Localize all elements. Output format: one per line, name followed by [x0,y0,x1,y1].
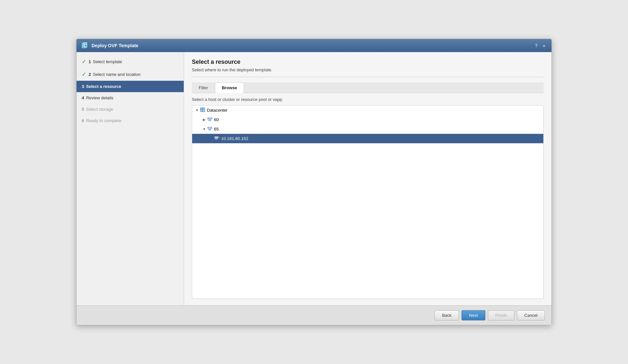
tab-browse[interactable]: Browse [215,82,244,93]
sidebar-label-2: Select name and location [93,72,140,77]
next-button[interactable]: Next [462,310,485,320]
svg-rect-27 [209,129,211,130]
svg-rect-8 [203,110,205,111]
sidebar-item-select-name-location[interactable]: ✓ 2 Select name and location [77,68,184,81]
toggle-cluster-60[interactable]: ▶ [202,118,207,122]
sidebar-label-6: Ready to complete [86,118,121,123]
host-label: 10.161.80.152 [221,136,248,141]
toggle-datacenter[interactable]: ▼ [195,108,199,113]
svg-rect-32 [215,138,216,139]
main-content: Select a resource Select where to run th… [184,52,551,305]
cluster-65-icon [207,126,212,132]
svg-rect-19 [209,120,211,121]
svg-rect-6 [203,108,205,109]
sidebar: ✓ 1 Select template ✓ 2 Select name and … [77,52,184,305]
step-num-5: 5 [82,107,84,112]
dialog-title: Deploy OVF Template [92,43,533,48]
svg-rect-15 [210,118,212,118]
finish-button: Finish [488,310,514,320]
svg-rect-13 [208,119,209,119]
cluster-60-label: 60 [214,117,219,122]
tab-filter[interactable]: Filter [192,82,215,93]
tree-container[interactable]: ▼ Datacenter [192,105,544,299]
tabs-bar: Filter Browse [192,82,544,93]
svg-text:!: ! [218,137,219,138]
toggle-cluster-65[interactable]: ▼ [202,127,207,132]
sidebar-item-select-template[interactable]: ✓ 1 Select template [77,55,184,68]
svg-rect-7 [201,110,202,111]
check-icon-1: ✓ [82,59,86,65]
sidebar-label-5: Select storage [86,107,113,112]
svg-rect-30 [215,137,218,137]
expand-button[interactable]: » [541,42,547,49]
sidebar-item-ready-to-complete: 6 Ready to complete [77,115,184,126]
step-num-4: 4 [82,95,84,100]
tree-node-cluster-65[interactable]: ▼ 65 [192,124,543,134]
svg-rect-21 [208,127,209,128]
page-heading: Select a resource [192,59,544,65]
sidebar-item-review-details[interactable]: 4 Review details [77,92,184,104]
host-warn-icon: ! [214,135,220,142]
cancel-button[interactable]: Cancel [517,310,545,320]
back-button[interactable]: Back [435,310,459,320]
step-num-1: 1 [89,59,91,64]
sidebar-label-4: Review details [86,95,113,100]
svg-rect-18 [209,120,211,120]
tree-node-datacenter[interactable]: ▼ Datacenter [192,105,543,115]
step-num-3: 3 [82,84,84,89]
step-num-2: 2 [89,72,91,77]
titlebar: Deploy OVF Template ? » [77,39,551,52]
datacenter-label: Datacenter [207,108,228,113]
svg-rect-4 [200,108,205,112]
tree-node-cluster-60[interactable]: ▶ 60 [192,115,543,124]
svg-rect-31 [215,138,218,138]
cluster-60-icon [207,117,212,123]
sidebar-item-select-resource[interactable]: 3 Select a resource [77,81,184,92]
titlebar-actions: ? » [533,42,547,49]
dialog-footer: Back Next Finish Cancel [77,305,551,325]
svg-rect-25 [210,128,212,128]
sidebar-item-select-storage: 5 Select storage [77,104,184,115]
svg-rect-36 [217,139,217,139]
svg-rect-22 [208,128,209,128]
step-num-6: 6 [82,118,84,123]
svg-rect-35 [216,139,216,139]
svg-rect-24 [210,127,212,128]
cluster-65-label: 65 [214,127,219,132]
datacenter-icon [200,107,205,113]
help-button[interactable]: ? [533,42,539,49]
page-subheading: Select where to run the deployed templat… [192,67,544,77]
dialog-body: ✓ 1 Select template ✓ 2 Select name and … [77,52,551,305]
svg-rect-12 [208,118,209,118]
sidebar-label-1: Select template [93,59,122,64]
svg-rect-28 [209,130,211,130]
dialog-icon [81,42,89,49]
svg-rect-37 [215,139,218,140]
svg-rect-9 [201,109,202,109]
sidebar-label-3: Select a resource [86,84,121,89]
svg-rect-10 [202,109,202,109]
check-icon-2: ✓ [82,71,86,77]
tree-node-host[interactable]: ! 10.161.80.152 [192,134,543,143]
toggle-host [209,136,214,141]
browse-instruction: Select a host or cluster or resource poo… [192,97,544,102]
deploy-ovf-dialog: Deploy OVF Template ? » ✓ 1 Select templ… [76,39,552,325]
svg-rect-16 [210,119,212,119]
